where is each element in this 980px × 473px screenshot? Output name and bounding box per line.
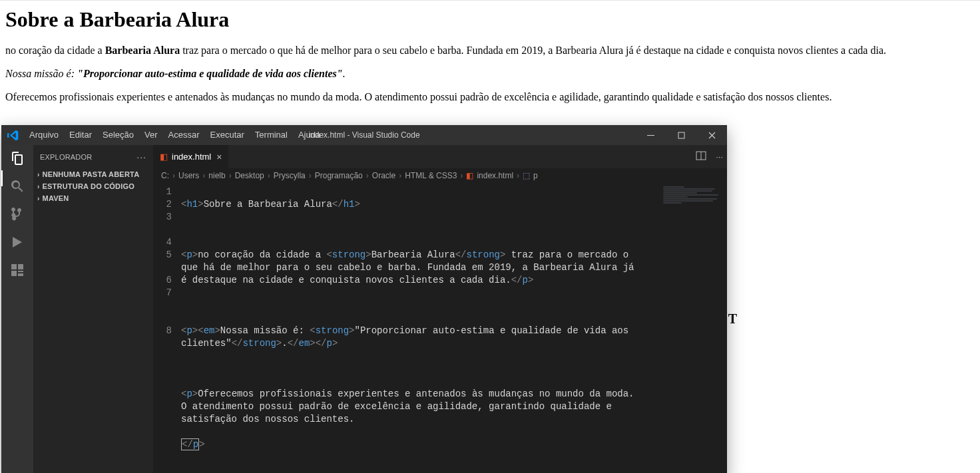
sidebar-section-maven[interactable]: ›MAVEN bbox=[33, 192, 153, 204]
activitybar bbox=[1, 145, 33, 473]
close-icon[interactable]: × bbox=[216, 152, 222, 162]
bc-7: HTML & CSS3 bbox=[405, 171, 457, 180]
editor-area: ◧ index.html × ··· C:› Users› nielb› Des… bbox=[153, 145, 727, 473]
sidebar-section-label: ESTRUTURA DO CÓDIGO bbox=[43, 182, 134, 190]
sidebar: EXPLORADOR ··· ›NENHUMA PASTA ABERTA ›ES… bbox=[33, 145, 153, 473]
run-debug-icon[interactable] bbox=[9, 234, 25, 250]
rendered-page: Sobre a Barbearia Alura no coração da ci… bbox=[0, 0, 980, 125]
bc-5: Programação bbox=[315, 171, 363, 180]
p1-text-a: no coração da cidade a bbox=[5, 45, 105, 56]
p2-em: Nossa missão é: "Proporcionar auto-estim… bbox=[5, 68, 346, 79]
page-title: Sobre a Barbearia Alura bbox=[5, 7, 975, 32]
sidebar-more-icon[interactable]: ··· bbox=[136, 152, 146, 162]
svg-rect-1 bbox=[678, 132, 684, 138]
symbol-icon: ⬚ bbox=[523, 171, 530, 180]
tab-index-html[interactable]: ◧ index.html × bbox=[153, 145, 229, 168]
sidebar-header: EXPLORADOR ··· bbox=[33, 145, 153, 168]
search-icon[interactable] bbox=[9, 178, 25, 194]
extensions-icon[interactable] bbox=[9, 262, 25, 278]
menu-ajuda[interactable]: Ajuda bbox=[293, 125, 326, 145]
chevron-right-icon: › bbox=[37, 183, 40, 190]
source-control-icon[interactable] bbox=[9, 206, 25, 222]
menu-selecao[interactable]: Seleção bbox=[97, 125, 139, 145]
bc-3: Desktop bbox=[235, 171, 264, 180]
split-editor-icon[interactable] bbox=[696, 150, 706, 163]
minimize-button[interactable] bbox=[635, 125, 666, 145]
chevron-right-icon: › bbox=[37, 171, 40, 178]
window-controls bbox=[635, 125, 727, 145]
sidebar-section-label: MAVEN bbox=[43, 194, 69, 202]
menu-acessar[interactable]: Acessar bbox=[163, 125, 205, 145]
titlebar: Arquivo Editar Seleção Ver Acessar Execu… bbox=[1, 125, 727, 145]
paragraph-1: no coração da cidade a Barbearia Alura t… bbox=[5, 44, 975, 58]
minimap[interactable] bbox=[660, 183, 727, 473]
svg-rect-0 bbox=[647, 135, 654, 136]
menu-arquivo[interactable]: Arquivo bbox=[24, 125, 64, 145]
bc-8: index.html bbox=[477, 171, 513, 180]
activitybar-active-indicator bbox=[1, 170, 3, 186]
p2-em-b: . bbox=[343, 68, 346, 79]
vscode-window: Arquivo Editar Seleção Ver Acessar Execu… bbox=[1, 125, 727, 473]
html-file-icon: ◧ bbox=[160, 152, 168, 162]
p1-strong: Barbearia Alura bbox=[105, 45, 180, 56]
explorer-icon[interactable] bbox=[9, 150, 25, 166]
code-editor[interactable]: 1 2 3 4 5 6 7 8 <h1>Sobre a Barbearia Al… bbox=[153, 183, 727, 473]
sidebar-section-nofolder[interactable]: ›NENHUMA PASTA ABERTA bbox=[33, 168, 153, 180]
chevron-right-icon: › bbox=[37, 195, 40, 202]
close-button[interactable] bbox=[696, 125, 727, 145]
stray-letter: T bbox=[728, 311, 737, 327]
maximize-button[interactable] bbox=[666, 125, 696, 145]
paragraph-3: Oferecemos profissionais experientes e a… bbox=[5, 90, 975, 104]
menu-terminal[interactable]: Terminal bbox=[250, 125, 293, 145]
menu-editar[interactable]: Editar bbox=[64, 125, 97, 145]
tab-actions: ··· bbox=[696, 145, 723, 168]
paragraph-2: Nossa missão é: "Proporcionar auto-estim… bbox=[5, 67, 975, 81]
more-actions-icon[interactable]: ··· bbox=[716, 152, 723, 162]
menubar: Arquivo Editar Seleção Ver Acessar Execu… bbox=[24, 125, 326, 145]
bc-0: C: bbox=[161, 171, 169, 180]
bc-9: p bbox=[533, 171, 538, 180]
explorer-label: EXPLORADOR bbox=[40, 153, 92, 161]
breadcrumb[interactable]: C:› Users› nielb› Desktop› Pryscylla› Pr… bbox=[153, 168, 727, 183]
sidebar-section-outline[interactable]: ›ESTRUTURA DO CÓDIGO bbox=[33, 180, 153, 192]
p2-em-strong: "Proporcionar auto-estima e qualidade de… bbox=[77, 68, 343, 79]
p2-em-a: Nossa missão é: bbox=[5, 68, 77, 79]
vscode-logo-icon bbox=[1, 130, 24, 141]
tabs-row: ◧ index.html × ··· bbox=[153, 145, 727, 168]
sidebar-section-label: NENHUMA PASTA ABERTA bbox=[43, 170, 140, 178]
p1-text-b: traz para o mercado o que há de melhor p… bbox=[180, 45, 886, 56]
tab-label: index.html bbox=[172, 152, 211, 162]
menu-executar[interactable]: Executar bbox=[205, 125, 250, 145]
menu-ver[interactable]: Ver bbox=[139, 125, 163, 145]
line-gutter: 1 2 3 4 5 6 7 8 bbox=[153, 183, 181, 473]
code-content[interactable]: <h1>Sobre a Barbearia Alura</h1> <p>no c… bbox=[181, 183, 647, 473]
bc-4: Pryscylla bbox=[274, 171, 306, 180]
bc-2: nielb bbox=[208, 171, 225, 180]
bc-1: Users bbox=[178, 171, 199, 180]
bc-6: Oracle bbox=[372, 171, 395, 180]
html-file-icon: ◧ bbox=[466, 171, 473, 180]
